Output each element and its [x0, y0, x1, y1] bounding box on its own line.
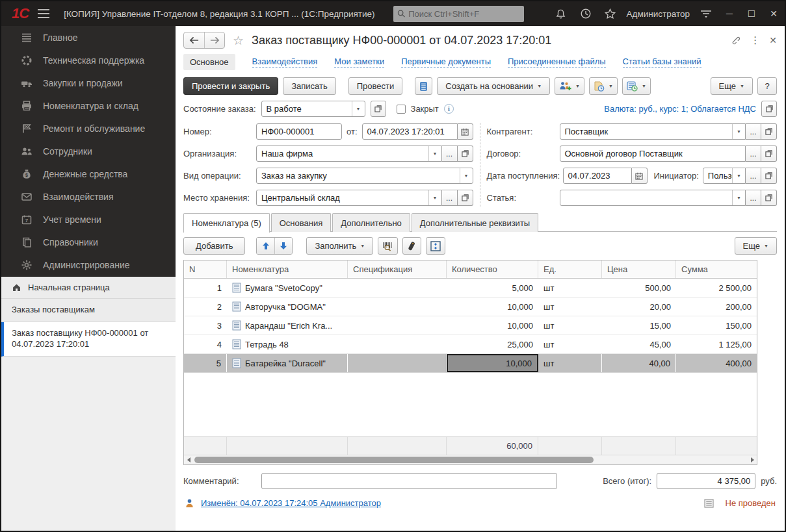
table-row[interactable]: 4 Тетрадь 48 25,000 шт 45,00 1 125,00 — [184, 335, 757, 354]
col-specification[interactable]: Спецификация — [348, 260, 447, 278]
forward-button[interactable] — [204, 32, 224, 48]
global-search[interactable] — [393, 6, 524, 22]
info-icon[interactable]: i — [444, 104, 454, 114]
create-based-on-button[interactable]: Создать на основании▼ — [437, 77, 550, 95]
sidebar-item-purchases[interactable]: Закупки и продажи — [1, 71, 176, 94]
nav-my-notes[interactable]: Мои заметки — [334, 57, 384, 68]
initiator-choose-button[interactable]: ... — [746, 168, 761, 184]
col-sum[interactable]: Сумма — [676, 260, 757, 278]
number-input[interactable]: НФ00-000001 — [256, 123, 342, 140]
organization-choose-button[interactable]: ... — [442, 146, 458, 162]
dropdown-arrow-icon[interactable]: ▼ — [732, 168, 745, 183]
currency-link[interactable]: Валюта: руб., курс: 1; Облагается НДС — [604, 104, 756, 114]
dropdown-arrow-icon[interactable]: ▼ — [460, 168, 473, 183]
sidebar-item-time[interactable]: 7 Учет времени — [1, 208, 176, 231]
nav-interactions[interactable]: Взаимодействия — [252, 57, 318, 68]
dropdown-arrow-icon[interactable]: ▼ — [428, 190, 441, 205]
table-row-selected[interactable]: 5 Батарейка "Duracell" 10,000 шт 40,00 4… — [184, 354, 757, 373]
search-input[interactable] — [408, 9, 519, 19]
post-button[interactable]: Провести — [348, 77, 403, 95]
closed-checkbox[interactable] — [397, 105, 406, 114]
save-button[interactable]: Записать — [283, 77, 336, 95]
more-menu-kebab-icon[interactable]: ⋮ — [750, 34, 760, 46]
initiator-input[interactable]: Пользова▼ — [703, 168, 746, 184]
table-row[interactable]: 2 Авторучка "DOGMA" 10,000 шт 20,00 200,… — [184, 298, 757, 316]
contragent-open-button[interactable] — [761, 123, 777, 140]
contragent-choose-button[interactable]: ... — [746, 123, 761, 140]
move-row-down-button[interactable] — [274, 238, 292, 254]
date-input[interactable]: 04.07.2023 17:20:01 — [362, 123, 458, 140]
storage-input[interactable]: Центральный склад▼ — [256, 190, 442, 206]
article-input[interactable]: ▼ — [560, 190, 746, 206]
history-icon[interactable] — [573, 5, 598, 22]
horizontal-scrollbar[interactable] — [184, 455, 757, 464]
contract-choose-button[interactable]: ... — [746, 146, 761, 162]
dropdown-arrow-icon[interactable]: ▼ — [352, 101, 365, 116]
order-state-open-button[interactable] — [371, 101, 386, 117]
move-row-up-button[interactable] — [257, 238, 274, 254]
sidebar-item-money[interactable]: $ Денежные средства — [1, 162, 176, 185]
tab-additional[interactable]: Дополнительно — [332, 213, 410, 232]
nav-primary-docs[interactable]: Первичные документы — [401, 57, 491, 68]
close-form-button[interactable]: ✕ — [769, 35, 777, 45]
organization-open-button[interactable] — [458, 146, 473, 162]
total-input[interactable]: 4 375,00 — [657, 473, 755, 489]
get-link-icon[interactable] — [730, 35, 741, 46]
contract-input[interactable]: Основной договор Поставщик — [560, 146, 746, 162]
nav-kb-articles[interactable]: Статьи базы знаний — [623, 57, 701, 68]
calendar-button[interactable] — [458, 123, 473, 140]
connection-quality-icon[interactable] — [694, 5, 718, 22]
create-interaction-button[interactable]: ▼ — [555, 77, 584, 95]
notifications-bell-icon[interactable] — [549, 5, 573, 22]
initiator-open-button[interactable] — [761, 168, 777, 184]
calendar-button[interactable] — [632, 168, 648, 184]
contract-open-button[interactable] — [761, 146, 777, 162]
scanner-button[interactable] — [402, 237, 421, 255]
table-row[interactable]: 1 Бумага "SvetoCopy" 5,000 шт 500,00 2 5… — [184, 279, 757, 298]
comment-input[interactable] — [261, 473, 557, 489]
close-window-button[interactable]: ✕ — [763, 5, 785, 22]
active-cell[interactable]: 10,000 — [447, 354, 538, 372]
barcode-search-button[interactable] — [378, 237, 398, 255]
sidebar-item-employees[interactable]: Сотрудники — [1, 140, 176, 162]
sidebar-home[interactable]: Начальная страница — [1, 277, 176, 299]
currency-open-button[interactable] — [761, 101, 777, 117]
col-price[interactable]: Цена — [602, 260, 676, 278]
favorite-star-icon[interactable]: ☆ — [233, 33, 244, 48]
organization-input[interactable]: Наша фирма▼ — [256, 146, 442, 162]
create-task-button[interactable]: ▼ — [589, 77, 618, 95]
sidebar-item-repair[interactable]: Ремонт и обслуживание — [1, 117, 176, 140]
create-event-button[interactable]: ▼ — [622, 77, 651, 95]
order-state-combo[interactable]: В работе ▼ — [261, 101, 365, 117]
col-unit[interactable]: Ед. — [538, 260, 602, 278]
table-more-button[interactable]: Еще▼ — [735, 237, 777, 255]
favorites-star-icon[interactable] — [598, 5, 623, 22]
tab-nomenclature[interactable]: Номенклатура (5) — [183, 213, 270, 233]
contragent-input[interactable]: Поставщик▼ — [560, 123, 746, 140]
dropdown-arrow-icon[interactable]: ▼ — [428, 146, 441, 161]
modified-link[interactable]: Изменён: 04.07.2023 17:24:05 Администрат… — [201, 498, 381, 508]
storage-open-button[interactable] — [458, 190, 473, 206]
operation-type-input[interactable]: Заказ на закупку▼ — [256, 168, 473, 184]
post-and-close-button[interactable]: Провести и закрыть — [183, 77, 278, 95]
nav-attached-files[interactable]: Присоединенные файлы — [508, 57, 606, 68]
sidebar-item-nomenclature[interactable]: Номенклатура и склад — [1, 94, 176, 117]
main-menu-burger-icon[interactable] — [38, 9, 49, 18]
dropdown-arrow-icon[interactable]: ▼ — [732, 190, 745, 205]
maximize-button[interactable]: ☐ — [740, 5, 763, 22]
sidebar-item-administration[interactable]: Администрирование — [1, 253, 176, 276]
nav-main[interactable]: Основное — [183, 54, 235, 70]
row-height-button[interactable] — [426, 237, 445, 255]
fill-button[interactable]: Заполнить▼ — [306, 237, 373, 255]
article-open-button[interactable] — [761, 190, 777, 206]
current-user[interactable]: Администратор — [627, 9, 690, 19]
open-window-item[interactable]: Заказы поставщикам — [1, 299, 176, 322]
tab-grounds[interactable]: Основания — [271, 213, 332, 232]
open-window-item-active[interactable]: Заказ поставщику НФ00-000001 от 04.07.20… — [1, 322, 176, 357]
help-button[interactable]: ? — [757, 77, 777, 95]
back-button[interactable] — [184, 32, 204, 48]
receipt-date-input[interactable]: 04.07.2023 — [563, 168, 632, 184]
subordination-structure-button[interactable] — [415, 77, 432, 95]
add-row-button[interactable]: Добавить — [183, 237, 245, 255]
scrollbar-thumb[interactable] — [194, 457, 594, 463]
